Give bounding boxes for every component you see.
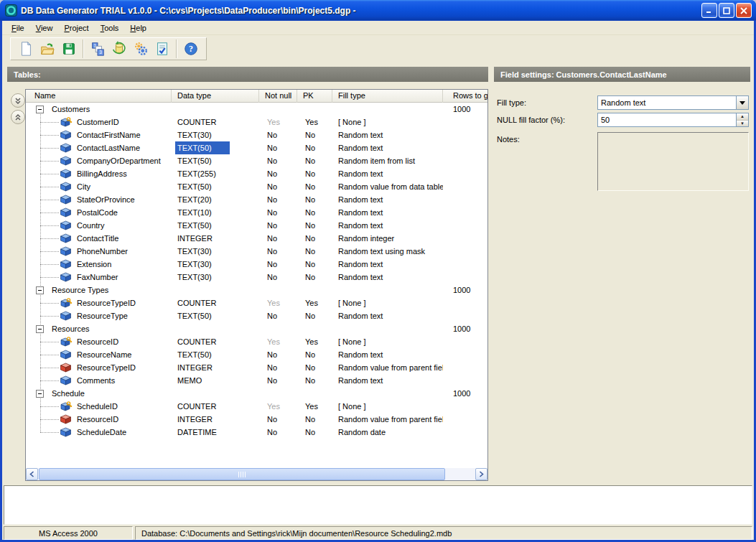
field-row[interactable]: ResourceTypeIDCOUNTERYesYes[ None ] — [26, 296, 487, 309]
field-row[interactable]: ResourceTypeTEXT(50)NoNoRandom text — [26, 309, 487, 322]
field-row[interactable]: ExtensionTEXT(30)NoNoRandom text — [26, 258, 487, 271]
help-button[interactable]: ? — [180, 39, 202, 59]
field-data-type[interactable]: TEXT(10) — [172, 206, 259, 219]
field-row[interactable]: ContactTitleINTEGERNoNoRandom integer — [26, 232, 487, 245]
field-row[interactable]: PhoneNumberTEXT(30)NoNoRandom text using… — [26, 245, 487, 258]
column-header-pk[interactable]: PK — [297, 90, 332, 103]
column-header-data-type[interactable]: Data type — [172, 90, 259, 103]
tree-connector — [40, 187, 59, 187]
open-project-button[interactable] — [37, 39, 58, 59]
field-data-type[interactable]: MEMO — [172, 374, 259, 387]
field-data-type[interactable]: INTEGER — [172, 413, 259, 426]
tree-root-line — [40, 109, 41, 432]
field-row[interactable]: PostalCodeTEXT(10)NoNoRandom text — [26, 206, 487, 219]
combo-dropdown-button[interactable] — [736, 96, 748, 109]
scroll-right-button[interactable] — [475, 468, 487, 480]
column-header-rows-to-ge[interactable]: Rows to ge — [443, 90, 487, 103]
menu-item-help[interactable]: Help — [124, 22, 152, 34]
null-fill-factor-input[interactable] — [598, 113, 736, 126]
table-row[interactable]: Resources1000 — [26, 322, 487, 335]
data-type-value: TEXT(30) — [177, 260, 212, 268]
settings-gears-button[interactable] — [130, 39, 151, 59]
field-row[interactable]: ScheduleIDCOUNTERYesYes[ None ] — [26, 400, 487, 413]
field-row[interactable]: CountryTEXT(50)NoNoRandom text — [26, 219, 487, 232]
field-row[interactable]: ContactLastNameTEXT(50)NoNoRandom text — [26, 141, 487, 154]
field-row[interactable]: BillingAddressTEXT(255)NoNoRandom text — [26, 167, 487, 180]
rows-to-generate: 1000 — [443, 322, 487, 335]
field-data-type[interactable]: COUNTER — [172, 116, 259, 129]
field-pk: No — [297, 258, 332, 271]
script-check-button[interactable] — [151, 39, 173, 59]
field-row[interactable]: CustomerIDCOUNTERYesYes[ None ] — [26, 116, 487, 129]
field-data-type[interactable]: TEXT(50) — [172, 309, 259, 322]
field-row[interactable]: ResourceIDCOUNTERYesYes[ None ] — [26, 335, 487, 348]
field-data-type[interactable]: TEXT(30) — [172, 271, 259, 284]
table-name: Resource Types — [52, 284, 108, 296]
new-document-button[interactable] — [15, 39, 37, 59]
column-header-not-null[interactable]: Not null — [259, 90, 297, 103]
minimize-button[interactable] — [701, 3, 717, 18]
data-type-value: TEXT(20) — [177, 195, 212, 204]
fill-type-label: Fill type: — [497, 98, 526, 107]
column-header-name[interactable]: Name — [26, 90, 172, 103]
field-row[interactable]: ResourceTypeIDINTEGERNoNoRandom value fr… — [26, 361, 487, 374]
menu-item-view[interactable]: View — [30, 22, 59, 34]
field-data-type[interactable]: TEXT(50) — [172, 348, 259, 361]
save-project-button[interactable] — [58, 39, 80, 59]
collapse-all-button[interactable] — [11, 110, 25, 124]
field-data-type[interactable]: COUNTER — [172, 335, 259, 348]
expand-box-icon[interactable] — [36, 390, 44, 398]
menu-item-project[interactable]: Project — [58, 22, 94, 34]
menu-item-file[interactable]: File — [6, 22, 30, 34]
field-row[interactable]: CityTEXT(50)NoNoRandom value from data t… — [26, 180, 487, 193]
field-data-type[interactable]: TEXT(30) — [172, 258, 259, 271]
expand-all-button[interactable] — [11, 93, 25, 108]
field-row[interactable]: ScheduleDateDATETIMENoNoRandom date — [26, 426, 487, 439]
field-row[interactable]: CommentsMEMONoNoRandom text — [26, 374, 487, 387]
spin-down-button[interactable]: ▼ — [737, 121, 748, 127]
generate-data-button[interactable]: 13 — [87, 39, 108, 59]
fill-type-combobox[interactable]: Random text — [597, 95, 749, 110]
expand-box-icon[interactable] — [36, 325, 44, 333]
field-row[interactable]: ResourceNameTEXT(50)NoNoRandom text — [26, 348, 487, 361]
field-data-type[interactable]: TEXT(30) — [172, 245, 259, 258]
field-data-type[interactable]: TEXT(20) — [172, 193, 259, 206]
field-name: Extension — [77, 258, 111, 271]
database-connection-button[interactable] — [108, 39, 130, 59]
field-pk: Yes — [297, 400, 332, 413]
field-data-type[interactable]: COUNTER — [172, 400, 259, 413]
table-row[interactable]: Resource Types1000 — [26, 284, 487, 296]
field-data-type[interactable]: TEXT(50) — [172, 154, 259, 167]
field-data-type[interactable]: DATETIME — [172, 426, 259, 439]
field-data-type[interactable]: TEXT(255) — [172, 167, 259, 180]
spin-up-button[interactable]: ▲ — [737, 113, 748, 121]
field-data-type[interactable]: TEXT(50) — [172, 219, 259, 232]
expand-box-icon[interactable] — [36, 106, 44, 113]
menu-item-tools[interactable]: Tools — [95, 22, 125, 34]
close-button[interactable] — [736, 3, 752, 18]
field-data-type[interactable]: TEXT(50) — [172, 141, 259, 154]
notes-textarea[interactable] — [597, 132, 749, 191]
field-data-type[interactable]: INTEGER — [172, 361, 259, 374]
field-data-type[interactable]: TEXT(50) — [172, 180, 259, 193]
field-row[interactable]: CompanyOrDepartmentTEXT(50)NoNoRandom it… — [26, 154, 487, 167]
table-row[interactable]: Schedule1000 — [26, 387, 487, 400]
field-row[interactable]: StateOrProvinceTEXT(20)NoNoRandom text — [26, 193, 487, 206]
field-row[interactable]: ResourceIDINTEGERNoNoRandom value from p… — [26, 413, 487, 426]
scroll-left-button[interactable] — [26, 468, 38, 480]
field-data-type[interactable]: INTEGER — [172, 232, 259, 245]
horizontal-scrollbar[interactable] — [26, 468, 487, 480]
field-pk: No — [297, 129, 332, 141]
scrollbar-thumb[interactable] — [39, 468, 445, 480]
null-fill-factor-spinner[interactable]: ▲ ▼ — [597, 113, 749, 127]
field-row[interactable]: ContactFirstNameTEXT(30)NoNoRandom text — [26, 129, 487, 141]
field-pk: Yes — [297, 296, 332, 309]
maximize-button[interactable] — [719, 3, 734, 18]
field-data-type[interactable]: COUNTER — [172, 296, 259, 309]
field-data-type[interactable]: TEXT(30) — [172, 129, 259, 141]
expand-box-icon[interactable] — [36, 286, 44, 294]
field-name: ScheduleDate — [77, 426, 126, 439]
table-row[interactable]: Customers1000 — [26, 103, 487, 116]
column-header-fill-type[interactable]: Fill type — [332, 90, 443, 103]
field-row[interactable]: FaxNumberTEXT(30)NoNoRandom text — [26, 271, 487, 284]
